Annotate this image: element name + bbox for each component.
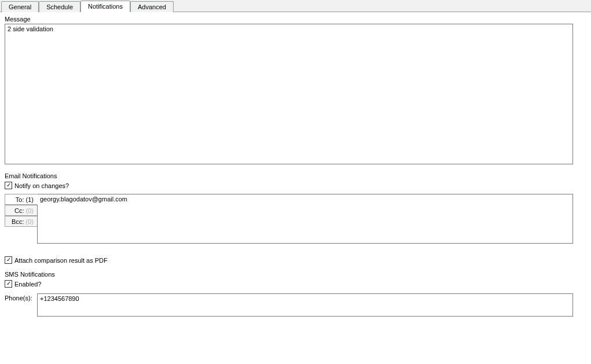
recipient-tab-bcc[interactable]: Bcc: (0) (5, 216, 37, 227)
email-section: Email Notifications Notify on changes? T… (5, 172, 586, 264)
message-label: Message (5, 16, 586, 23)
sms-section-label: SMS Notifications (5, 271, 586, 278)
tab-advanced[interactable]: Advanced (130, 1, 174, 12)
recipient-tabs: To: (1) Cc: (0) Bcc: (0) (5, 194, 37, 227)
phones-input[interactable] (37, 293, 573, 317)
recipient-to-count: (1) (26, 196, 34, 203)
message-input[interactable] (5, 24, 573, 164)
notify-on-changes-label: Notify on changes? (14, 182, 69, 189)
attach-pdf-row: Attach comparison result as PDF (5, 256, 586, 264)
recipient-tab-to[interactable]: To: (1) (5, 194, 38, 205)
tab-schedule[interactable]: Schedule (39, 1, 80, 12)
sms-enabled-label: Enabled? (14, 281, 42, 288)
attach-pdf-checkbox[interactable] (5, 256, 12, 264)
recipient-tab-cc[interactable]: Cc: (0) (5, 205, 37, 216)
sms-enabled-row: Enabled? (5, 280, 586, 288)
tab-general[interactable]: General (1, 1, 39, 12)
notify-on-changes-row: Notify on changes? (5, 182, 586, 189)
recipient-input[interactable] (37, 194, 573, 244)
attach-pdf-label: Attach comparison result as PDF (14, 257, 108, 264)
recipient-cc-label: Cc: (14, 207, 24, 214)
email-section-label: Email Notifications (5, 172, 586, 179)
recipient-to-label: To: (16, 196, 24, 203)
tab-content-notifications: Message Email Notifications Notify on ch… (0, 12, 591, 328)
message-section: Message (5, 16, 586, 166)
tab-notifications[interactable]: Notifications (80, 1, 130, 12)
recipient-block: To: (1) Cc: (0) Bcc: (0) (5, 194, 586, 244)
phones-row: Phone(s): (5, 293, 586, 317)
sms-enabled-checkbox[interactable] (5, 280, 12, 288)
recipient-cc-count: (0) (26, 207, 34, 214)
notify-on-changes-checkbox[interactable] (5, 182, 12, 189)
tab-strip: General Schedule Notifications Advanced (0, 0, 591, 12)
sms-section: SMS Notifications Enabled? Phone(s): (5, 271, 586, 317)
phones-label: Phone(s): (5, 293, 37, 302)
recipient-bcc-label: Bcc: (12, 218, 24, 225)
recipient-bcc-count: (0) (26, 218, 34, 225)
